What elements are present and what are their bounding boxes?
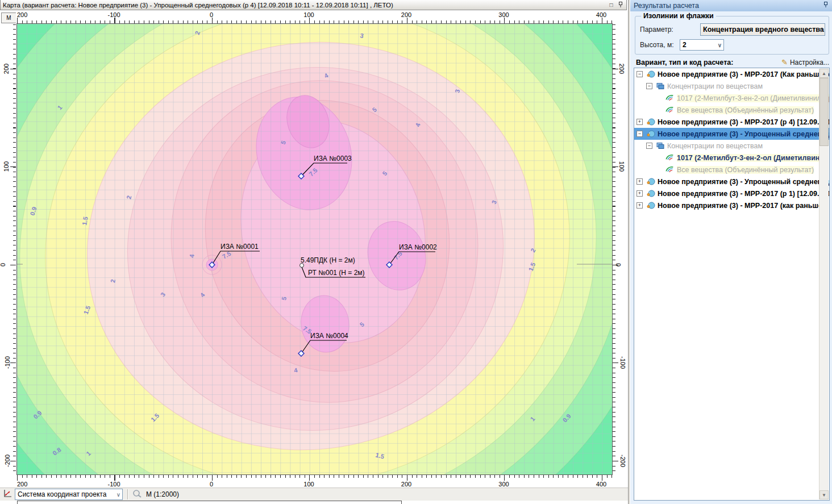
ruler-tick-label: 200 (618, 64, 625, 74)
source-label: ИЗА №0003 (314, 155, 352, 163)
variant-section-label: Вариант, тип и код расчета: (636, 59, 781, 66)
tree-item[interactable]: −Концентрации по веществам (634, 140, 830, 152)
coordinate-system-select[interactable]: Система координат проекта ∨ (15, 489, 123, 500)
map-statusbar: Система координат проекта ∨ М (1:2000) (0, 488, 628, 501)
tree-item[interactable]: +Новое предприятие (3) - МРР-2017 (р 1) … (634, 188, 830, 199)
collapse-icon[interactable]: − (637, 71, 643, 77)
map-window-titlebar[interactable]: Карта (вариант расчета: Новое предприяти… (0, 0, 627, 10)
chevron-down-icon: ∨ (819, 27, 823, 33)
height-select[interactable]: 2 ∨ (680, 39, 724, 51)
pencil-icon: ✎ (781, 58, 788, 66)
ruler-unit-label: М (6, 15, 11, 21)
variant-icon (646, 177, 655, 186)
magnifier-icon[interactable] (131, 489, 143, 501)
expand-icon[interactable]: + (637, 119, 643, 125)
ruler-tick-label: -100 (107, 11, 120, 18)
source-label: ИЗА №0001 (221, 243, 259, 251)
ruler-top: 200-1000100200300400 (16, 11, 613, 23)
variant-icon (646, 189, 655, 198)
source-label: ИЗА №0004 (310, 332, 348, 340)
ruler-tick-label: 100 (3, 161, 10, 172)
isolines-group-title: Изолинии и флажки (641, 12, 716, 20)
tree-item[interactable]: +Новое предприятие (3) - МРР-2017 (р 4) … (634, 116, 830, 128)
tree-item-label: Новое предприятие (3) - Упрощенный средн… (658, 178, 829, 186)
tree-item-label: Концентрации по веществам (667, 142, 763, 150)
map-scale-label: М (1:2000) (146, 490, 179, 498)
tree-item[interactable]: Все вещества (Объединённый результат) (634, 104, 830, 116)
variant-icon (646, 70, 655, 78)
tree-item-label: Новое предприятие (3) - МРР-2017 (как ра… (658, 202, 826, 210)
param-value: Концентрация вредного вещества (в дол (703, 26, 825, 34)
expand-icon[interactable]: + (637, 178, 643, 185)
tree-item[interactable]: 1017 (2-Метилбут-3-ен-2-ол (Диметилвинил… (634, 92, 830, 104)
tree-item[interactable]: 1017 (2-Метилбут-3-ен-2-ол (Диметилвинил (634, 152, 830, 164)
param-label: Параметр: (640, 26, 700, 34)
variant-icon (646, 201, 655, 210)
map-window-title: Карта (вариант расчета: Новое предприяти… (3, 2, 606, 9)
expand-icon[interactable]: + (637, 190, 643, 197)
chevron-down-icon: ∨ (117, 491, 120, 498)
tree-item-label: Новое предприятие (3) - МРР-2017 (р 1) [… (658, 190, 830, 198)
collapse-icon[interactable]: − (646, 83, 652, 89)
param-select[interactable]: Концентрация вредного вещества (в дол ∨ (700, 23, 825, 36)
substance-icon (665, 165, 675, 174)
tree-item-label: Новое предприятие (3) - Упрощенный средн… (658, 130, 830, 138)
source-label: ИЗА №0002 (399, 243, 437, 251)
settings-button[interactable]: ✎ Настройка... (781, 58, 829, 66)
ruler-unit-box: М (1, 13, 16, 23)
tree-item-label: Новое предприятие (3) - МРР-2017 (р 4) [… (658, 118, 830, 126)
ruler-tick-label: 400 (596, 481, 606, 488)
ruler-tick-label: 300 (498, 11, 509, 18)
ruler-left-major-ticks (10, 23, 16, 474)
collapse-icon[interactable]: − (637, 131, 643, 137)
results-tree-rows: −Новое предприятие (3) - МРР-2017 (Как р… (634, 68, 829, 211)
ruler-tick-label: 100 (618, 161, 625, 172)
maximize-button[interactable]: □ (608, 1, 615, 9)
scroll-thumb[interactable] (819, 78, 829, 146)
variant-icon (646, 118, 655, 126)
substance-icon (665, 106, 675, 114)
ruler-tick-label: -200 (619, 455, 626, 467)
ruler-tick-label: 200 (3, 64, 10, 74)
ruler-tick-label: 300 (498, 481, 509, 488)
panel-pin-icon[interactable] (823, 2, 829, 10)
tree-item-selected[interactable]: −Новое предприятие (3) - Упрощенный сред… (634, 128, 830, 140)
clipped-bottom-panel (17, 501, 402, 504)
statusbar-separator (127, 489, 128, 499)
ruler-tick-label: 100 (303, 481, 314, 488)
tree-item[interactable]: −Концентрации по веществам (634, 80, 830, 92)
tree-scrollbar[interactable]: ▲ ▼ (819, 69, 829, 499)
expand-icon[interactable]: + (637, 202, 643, 209)
scroll-down-arrow[interactable]: ▼ (819, 490, 829, 499)
tree-item-label: Все вещества (Объединённый результат) (677, 106, 814, 114)
scroll-up-arrow[interactable]: ▲ (819, 69, 829, 78)
ruler-bottom-major-ticks (16, 475, 613, 481)
ruler-tick-label: 100 (303, 11, 314, 18)
coordinate-system-value: Система координат проекта (18, 490, 106, 498)
ruler-tick-label: 200 (17, 11, 27, 18)
tree-item[interactable]: −Новое предприятие (3) - МРР-2017 (Как р… (634, 68, 830, 80)
ruler-top-major-ticks (16, 18, 613, 23)
pin-icon[interactable] (617, 1, 624, 9)
isolines-groupbox: Изолинии и флажки Параметр: Концентрация… (635, 16, 829, 55)
ruler-tick-label: 200 (401, 11, 411, 18)
chevron-down-icon: ∨ (718, 42, 722, 48)
results-panel-header[interactable]: Результаты расчета (630, 0, 832, 11)
collapse-icon[interactable]: − (646, 143, 652, 149)
height-value: 2 (683, 41, 687, 49)
map-canvas[interactable]: 0.910.80.911.51.51.5222344557.57.57.57.5… (16, 23, 613, 475)
ruler-tick-label: -200 (4, 455, 11, 467)
tree-item[interactable]: Все вещества (Объединённый результат) (634, 164, 830, 176)
tree-item-label: Все вещества (Объединённый результат) (677, 166, 814, 174)
contour-map-svg: 0.910.80.911.51.51.5222344557.57.57.57.5… (17, 24, 612, 474)
tree-item-label: 1017 (2-Метилбут-3-ен-2-ол (Диметилвинил (677, 154, 829, 162)
folder-icon (656, 141, 665, 150)
ruler-left: 2001000-100-200 (0, 23, 16, 474)
ruler-tick-label: 0 (0, 263, 6, 266)
ruler-tick-label: 0 (210, 11, 213, 18)
tree-item[interactable]: +Новое предприятие (3) - МРР-2017 (как р… (634, 199, 830, 211)
tree-item-label: 1017 (2-Метилбут-3-ен-2-ол (Диметилвинил… (677, 94, 830, 102)
ruler-tick-label: 400 (596, 11, 606, 18)
ruler-right: 2001000-100-200 (613, 23, 628, 474)
tree-item[interactable]: +Новое предприятие (3) - Упрощенный сред… (634, 176, 830, 188)
